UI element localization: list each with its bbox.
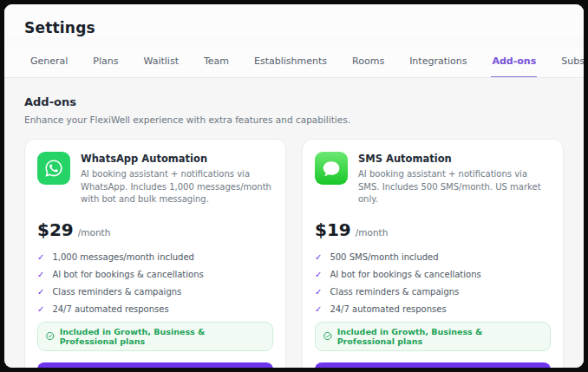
tab-team[interactable]: Team xyxy=(203,49,230,78)
tab-integrations[interactable]: Integrations xyxy=(408,49,467,78)
check-icon: ✓ xyxy=(315,270,322,279)
tab-subscription[interactable]: Subscription xyxy=(560,49,584,78)
price: $29 xyxy=(37,219,74,240)
feature-item: ✓Class reminders & campaigns xyxy=(37,287,273,297)
section-title: Add-ons xyxy=(24,95,564,108)
feature-item: ✓24/7 automated responses xyxy=(315,304,551,314)
check-icon: ✓ xyxy=(315,252,322,262)
tab-plans[interactable]: Plans xyxy=(92,49,119,78)
feature-item: ✓AI bot for bookings & cancellations xyxy=(37,270,273,279)
badge-text: Included in Growth, Business & Professio… xyxy=(60,327,265,346)
card-description: AI booking assistant + notifications via… xyxy=(81,168,273,206)
tab-add-ons[interactable]: Add-ons xyxy=(491,49,537,78)
add-to-plan-button[interactable]: Add to Plan xyxy=(315,362,551,369)
check-icon: ✓ xyxy=(315,304,322,314)
tab-establishments[interactable]: Establishments xyxy=(253,49,328,78)
whatsapp-icon xyxy=(37,152,70,185)
price-period: /month xyxy=(356,227,389,238)
tab-waitlist[interactable]: Waitlist xyxy=(143,49,180,78)
add-to-plan-button[interactable]: Add to Plan xyxy=(37,362,273,369)
price: $19 xyxy=(315,219,351,240)
check-circle-icon xyxy=(46,331,55,341)
feature-item: ✓1,000 messages/month included xyxy=(37,252,273,262)
included-plans-badge: Included in Growth, Business & Professio… xyxy=(315,322,551,351)
sms-icon xyxy=(315,152,348,185)
check-circle-icon xyxy=(323,331,332,341)
page-title: Settings xyxy=(24,19,564,36)
card-title: WhatsApp Automation xyxy=(81,153,273,165)
feature-list: ✓500 SMS/month included ✓AI bot for book… xyxy=(315,252,551,314)
feature-item: ✓24/7 automated responses xyxy=(37,304,273,314)
check-icon: ✓ xyxy=(37,287,44,297)
settings-page: Settings General Plans Waitlist Team Est… xyxy=(4,4,584,368)
card-description: AI booking assistant + notifications via… xyxy=(358,168,551,206)
badge-text: Included in Growth, Business & Professio… xyxy=(337,327,542,346)
check-icon: ✓ xyxy=(37,304,44,314)
card-sms-automation: SMS Automation AI booking assistant + no… xyxy=(302,139,564,368)
check-icon: ✓ xyxy=(37,270,44,279)
tab-rooms[interactable]: Rooms xyxy=(351,49,385,78)
window-frame: Settings General Plans Waitlist Team Est… xyxy=(0,0,588,372)
feature-item: ✓500 SMS/month included xyxy=(315,252,551,262)
page-header: Settings xyxy=(4,4,584,36)
check-icon: ✓ xyxy=(37,252,44,262)
check-icon: ✓ xyxy=(315,287,322,297)
feature-item: ✓AI bot for bookings & cancellations xyxy=(315,270,551,279)
card-title: SMS Automation xyxy=(358,153,551,165)
section-subtitle: Enhance your FlexiWell experience with e… xyxy=(24,114,564,125)
price-period: /month xyxy=(78,227,111,238)
included-plans-badge: Included in Growth, Business & Professio… xyxy=(37,322,273,351)
add-ons-section: Add-ons Enhance your FlexiWell experienc… xyxy=(4,78,584,368)
settings-tabs: General Plans Waitlist Team Establishmen… xyxy=(4,49,584,78)
feature-item: ✓Class reminders & campaigns xyxy=(315,287,551,297)
add-on-cards: WhatsApp Automation AI booking assistant… xyxy=(24,139,564,368)
card-whatsapp-automation: WhatsApp Automation AI booking assistant… xyxy=(24,139,286,368)
tab-general[interactable]: General xyxy=(29,49,69,78)
feature-list: ✓1,000 messages/month included ✓AI bot f… xyxy=(37,252,273,314)
